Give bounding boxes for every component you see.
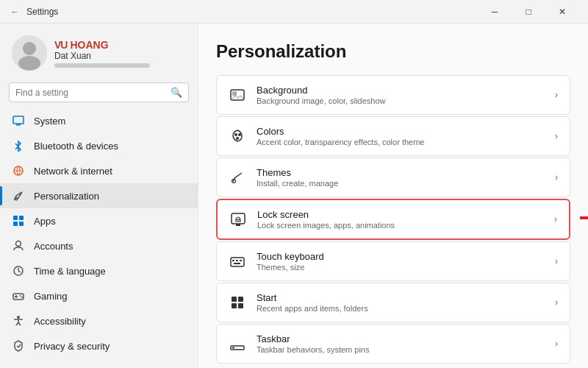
setting-item-themes[interactable]: Themes Install, create, manage › bbox=[216, 158, 570, 197]
back-button[interactable]: ← bbox=[9, 6, 21, 18]
network-icon bbox=[12, 164, 25, 177]
colors-icon bbox=[229, 127, 246, 145]
user-email bbox=[54, 63, 150, 68]
content-area: Personalization Background Background im… bbox=[198, 24, 588, 368]
chevron-right-icon: › bbox=[555, 256, 558, 266]
sidebar-item-personalization[interactable]: Personalization bbox=[0, 183, 198, 208]
sidebar-label-accessibility: Accessibility bbox=[34, 316, 86, 327]
window-title: Settings bbox=[26, 7, 58, 17]
sidebar-label-system: System bbox=[34, 116, 65, 127]
svg-line-23 bbox=[18, 344, 21, 347]
setting-item-lock-screen[interactable]: Lock screen Lock screen images, apps, an… bbox=[216, 199, 570, 240]
chevron-right-icon: › bbox=[555, 131, 558, 141]
svg-point-2 bbox=[18, 56, 40, 71]
setting-item-touch-keyboard[interactable]: Touch keyboard Themes, size › bbox=[216, 241, 570, 281]
red-arrow-annotation bbox=[576, 203, 588, 236]
main-layout: VU HOANG Dat Xuan 🔍 System Bluetooth & d… bbox=[0, 24, 588, 368]
brand-vw: VU bbox=[54, 39, 67, 51]
svg-rect-39 bbox=[234, 263, 240, 264]
svg-rect-43 bbox=[238, 303, 243, 308]
setting-desc-taskbar: Taskbar behaviors, system pins bbox=[257, 345, 545, 354]
sidebar-item-gaming[interactable]: Gaming bbox=[0, 283, 198, 308]
search-input[interactable] bbox=[15, 88, 166, 98]
maximize-button[interactable]: □ bbox=[512, 0, 545, 24]
setting-desc-colors: Accent color, transparency effects, colo… bbox=[257, 138, 545, 146]
minimize-button[interactable]: ─ bbox=[478, 0, 512, 24]
system-icon bbox=[12, 114, 25, 127]
themes-icon bbox=[229, 169, 246, 186]
avatar bbox=[12, 35, 47, 71]
sidebar-item-accounts[interactable]: Accounts bbox=[0, 233, 198, 258]
setting-desc-start: Recent apps and items, folders bbox=[257, 304, 545, 313]
svg-rect-35 bbox=[231, 258, 244, 266]
setting-desc-background: Background image, color, slideshow bbox=[257, 96, 545, 105]
sidebar-label-personalization: Personalization bbox=[34, 191, 99, 202]
background-icon bbox=[229, 86, 246, 104]
setting-item-taskbar[interactable]: Taskbar Taskbar behaviors, system pins › bbox=[216, 324, 570, 364]
svg-point-28 bbox=[236, 137, 239, 140]
setting-text-background: Background Background image, color, slid… bbox=[257, 85, 545, 105]
svg-rect-4 bbox=[16, 124, 21, 126]
user-profile[interactable]: VU HOANG Dat Xuan bbox=[0, 29, 198, 79]
setting-text-themes: Themes Install, create, manage bbox=[257, 167, 545, 188]
sidebar-label-privacy: Privacy & security bbox=[34, 341, 110, 352]
bluetooth-icon bbox=[12, 139, 25, 152]
brand-hoang: HOANG bbox=[70, 39, 108, 51]
search-box[interactable]: 🔍 bbox=[9, 82, 189, 102]
sidebar-item-apps[interactable]: Apps bbox=[0, 208, 198, 233]
touch-keyboard-icon bbox=[229, 252, 246, 270]
svg-rect-10 bbox=[13, 222, 18, 226]
sidebar-item-system[interactable]: System bbox=[0, 108, 198, 133]
svg-rect-40 bbox=[232, 297, 237, 302]
setting-item-colors[interactable]: Colors Accent color, transparency effect… bbox=[216, 116, 570, 156]
gaming-icon bbox=[12, 289, 25, 302]
svg-point-20 bbox=[21, 297, 23, 298]
setting-desc-lock-screen: Lock screen images, apps, animations bbox=[257, 221, 544, 230]
sidebar-item-time[interactable]: Time & language bbox=[0, 258, 198, 283]
svg-point-26 bbox=[234, 133, 237, 136]
setting-name-lock-screen: Lock screen bbox=[257, 209, 544, 220]
sidebar-label-bluetooth: Bluetooth & devices bbox=[34, 141, 118, 152]
setting-name-touch-keyboard: Touch keyboard bbox=[257, 251, 545, 262]
sidebar: VU HOANG Dat Xuan 🔍 System Bluetooth & d… bbox=[0, 24, 198, 368]
accounts-icon bbox=[12, 239, 25, 252]
svg-line-15 bbox=[18, 271, 21, 272]
setting-name-themes: Themes bbox=[257, 167, 545, 178]
window-controls: ─ □ ✕ bbox=[478, 0, 579, 24]
setting-name-colors: Colors bbox=[257, 126, 545, 137]
setting-text-taskbar: Taskbar Taskbar behaviors, system pins bbox=[257, 333, 545, 354]
svg-rect-41 bbox=[238, 297, 243, 302]
taskbar-icon bbox=[229, 335, 246, 353]
svg-point-1 bbox=[23, 42, 36, 55]
personalization-icon bbox=[12, 189, 25, 202]
user-info: VU HOANG Dat Xuan bbox=[54, 39, 150, 68]
svg-point-12 bbox=[16, 241, 21, 247]
svg-rect-8 bbox=[13, 216, 18, 220]
svg-point-33 bbox=[237, 217, 240, 220]
apps-icon bbox=[12, 214, 25, 227]
svg-rect-30 bbox=[232, 213, 245, 224]
setting-text-touch-keyboard: Touch keyboard Themes, size bbox=[257, 251, 545, 272]
chevron-right-icon: › bbox=[554, 214, 557, 224]
title-bar-left: ← Settings bbox=[9, 6, 478, 18]
svg-rect-45 bbox=[232, 347, 234, 349]
setting-desc-touch-keyboard: Themes, size bbox=[257, 263, 545, 272]
setting-item-start[interactable]: Start Recent apps and items, folders › bbox=[216, 283, 570, 322]
sidebar-item-network[interactable]: Network & internet bbox=[0, 158, 198, 183]
lock-screen-icon bbox=[229, 210, 247, 228]
sidebar-label-network: Network & internet bbox=[34, 166, 112, 177]
time-icon bbox=[12, 264, 25, 277]
sidebar-item-privacy[interactable]: Privacy & security bbox=[0, 333, 198, 358]
search-icon: 🔍 bbox=[171, 87, 182, 98]
setting-text-colors: Colors Accent color, transparency effect… bbox=[257, 126, 545, 146]
setting-item-background[interactable]: Background Background image, color, slid… bbox=[216, 75, 570, 115]
close-button[interactable]: ✕ bbox=[545, 0, 579, 24]
page-title: Personalization bbox=[216, 41, 570, 62]
brand-logo: VU HOANG bbox=[54, 39, 150, 51]
setting-name-start: Start bbox=[257, 292, 545, 303]
sidebar-item-bluetooth[interactable]: Bluetooth & devices bbox=[0, 133, 198, 158]
sidebar-item-accessibility[interactable]: Accessibility bbox=[0, 308, 198, 333]
chevron-right-icon: › bbox=[555, 90, 558, 100]
chevron-right-icon: › bbox=[555, 172, 558, 183]
svg-marker-34 bbox=[580, 206, 588, 230]
